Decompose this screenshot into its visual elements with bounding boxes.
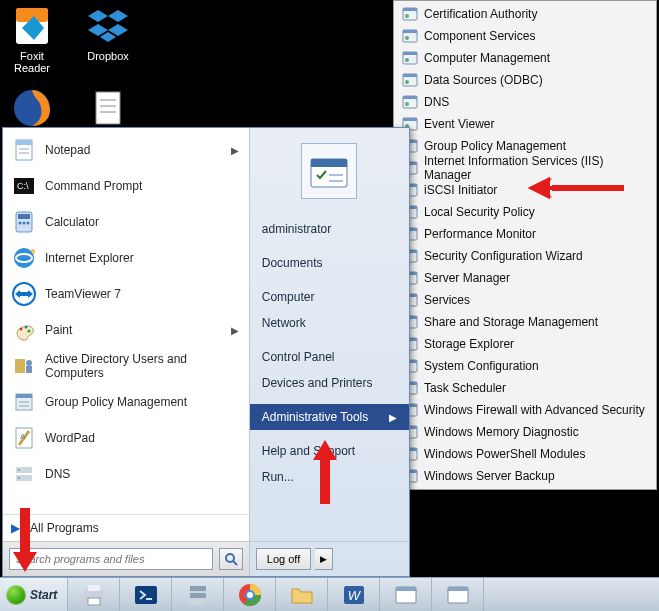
right-item-administrative-tools[interactable]: Administrative Tools▶: [250, 404, 409, 430]
program-label: DNS: [45, 467, 70, 481]
right-item-label: Control Panel: [262, 350, 335, 364]
all-programs-button[interactable]: ▶ All Programs: [3, 514, 249, 541]
admin-tool-windows-powershell-modules[interactable]: Windows PowerShell Modules: [396, 443, 654, 465]
right-pane-items: administratorDocumentsComputerNetworkCon…: [250, 214, 409, 541]
right-item-computer[interactable]: Computer: [250, 284, 409, 310]
admin-tool-label: Group Policy Management: [424, 139, 566, 153]
taskbar-item-explorer[interactable]: [68, 578, 120, 611]
folder-icon: [289, 582, 315, 608]
right-item-control-panel[interactable]: Control Panel: [250, 344, 409, 370]
taskbar-item-powershell[interactable]: [120, 578, 172, 611]
teamviewer-icon: [11, 281, 37, 307]
tool-icon: [402, 94, 418, 110]
logoff-button[interactable]: Log off: [256, 548, 311, 570]
taskbar-item-chrome[interactable]: [224, 578, 276, 611]
program-item-ie[interactable]: Internet Explorer: [5, 240, 247, 276]
taskbar-item-window-2[interactable]: [432, 578, 484, 611]
search-row: [3, 541, 249, 576]
admin-tool-label: Local Security Policy: [424, 205, 535, 219]
pinned-programs-list: Notepad ▶C:\ Command Prompt Calculator I…: [3, 128, 249, 514]
admin-tool-label: Server Manager: [424, 271, 510, 285]
logoff-row: Log off ▶: [250, 541, 409, 576]
admin-tool-services[interactable]: Services: [396, 289, 654, 311]
svg-text:C:\: C:\: [17, 181, 29, 191]
wordpad-icon: A: [11, 425, 37, 451]
desktop-icon-foxit[interactable]: Foxit Reader: [2, 4, 62, 74]
logoff-split-button[interactable]: ▶: [315, 548, 333, 570]
right-item-label: Documents: [262, 256, 323, 270]
svg-point-103: [226, 554, 234, 562]
admin-tool-task-scheduler[interactable]: Task Scheduler: [396, 377, 654, 399]
program-item-aduc[interactable]: Active Directory Users and Computers: [5, 348, 247, 384]
admin-tool-windows-server-backup[interactable]: Windows Server Backup: [396, 465, 654, 487]
svg-point-18: [405, 80, 409, 84]
admin-tool-windows-firewall-with-advanced-security[interactable]: Windows Firewall with Advanced Security: [396, 399, 654, 421]
program-item-teamviewer[interactable]: TeamViewer 7: [5, 276, 247, 312]
admin-tool-certification-authority[interactable]: Certification Authority: [396, 3, 654, 25]
admin-tool-iscsi-initiator[interactable]: iSCSI Initiator: [396, 179, 654, 201]
right-item-help-and-support[interactable]: Help and Support: [250, 438, 409, 464]
taskbar-item-server-manager[interactable]: [172, 578, 224, 611]
admin-tool-local-security-policy[interactable]: Local Security Policy: [396, 201, 654, 223]
svg-rect-8: [403, 8, 417, 11]
right-item-documents[interactable]: Documents: [250, 250, 409, 276]
program-item-notepad[interactable]: Notepad ▶: [5, 132, 247, 168]
all-programs-label: All Programs: [30, 521, 99, 535]
right-item-network[interactable]: Network: [250, 310, 409, 336]
admin-tool-windows-memory-diagnostic[interactable]: Windows Memory Diagnostic: [396, 421, 654, 443]
program-item-cmd[interactable]: C:\ Command Prompt: [5, 168, 247, 204]
checklist-icon: [307, 151, 351, 191]
admin-tool-label: Security Configuration Wizard: [424, 249, 583, 263]
admin-tools-submenu: Certification AuthorityComponent Service…: [393, 0, 657, 490]
svg-rect-90: [15, 359, 25, 373]
program-item-paint[interactable]: Paint ▶: [5, 312, 247, 348]
right-item-label: Devices and Printers: [262, 376, 373, 390]
program-label: Active Directory Users and Computers: [45, 352, 241, 380]
svg-point-81: [19, 222, 22, 225]
taskbar-item-window[interactable]: [380, 578, 432, 611]
admin-tool-label: Event Viewer: [424, 117, 494, 131]
search-input[interactable]: [9, 548, 213, 570]
admin-tool-internet-information-services-iis-manager[interactable]: Internet Information Services (IIS) Mana…: [396, 157, 654, 179]
admin-tool-share-and-storage-management[interactable]: Share and Storage Management: [396, 311, 654, 333]
program-item-wordpad[interactable]: A WordPad: [5, 420, 247, 456]
start-button[interactable]: Start: [0, 578, 68, 611]
right-item-run-[interactable]: Run...: [250, 464, 409, 490]
cmd-icon: C:\: [11, 173, 37, 199]
admin-tool-data-sources-odbc-[interactable]: Data Sources (ODBC): [396, 69, 654, 91]
right-item-label: Network: [262, 316, 306, 330]
right-item-label: Administrative Tools: [262, 410, 369, 424]
right-item-devices-and-printers[interactable]: Devices and Printers: [250, 370, 409, 396]
foxit-reader-icon: [10, 4, 54, 48]
program-item-dns[interactable]: DNS: [5, 456, 247, 492]
window-icon: [393, 582, 419, 608]
desktop-icon-firefox[interactable]: [2, 86, 62, 130]
start-menu: Notepad ▶C:\ Command Prompt Calculator I…: [2, 127, 410, 577]
aduc-icon: [11, 353, 37, 379]
desktop-icon-dropbox[interactable]: Dropbox: [78, 4, 138, 62]
svg-rect-80: [18, 214, 30, 219]
taskbar-item-word[interactable]: W: [328, 578, 380, 611]
admin-tool-dns[interactable]: DNS: [396, 91, 654, 113]
admin-tool-server-manager[interactable]: Server Manager: [396, 267, 654, 289]
user-picture[interactable]: [301, 143, 357, 199]
search-button[interactable]: [219, 548, 243, 570]
program-label: Notepad: [45, 143, 90, 157]
admin-tool-component-services[interactable]: Component Services: [396, 25, 654, 47]
admin-tool-label: Component Services: [424, 29, 535, 43]
admin-tool-storage-explorer[interactable]: Storage Explorer: [396, 333, 654, 355]
admin-tool-performance-monitor[interactable]: Performance Monitor: [396, 223, 654, 245]
admin-tool-security-configuration-wizard[interactable]: Security Configuration Wizard: [396, 245, 654, 267]
admin-tool-computer-management[interactable]: Computer Management: [396, 47, 654, 69]
calc-icon: [11, 209, 37, 235]
desktop-icon-document[interactable]: [78, 86, 138, 130]
program-item-calc[interactable]: Calculator: [5, 204, 247, 240]
desktop-icon-label: Dropbox: [78, 50, 138, 62]
taskbar-item-folder[interactable]: [276, 578, 328, 611]
program-item-gpm[interactable]: Group Policy Management: [5, 384, 247, 420]
admin-tool-event-viewer[interactable]: Event Viewer: [396, 113, 654, 135]
dropbox-icon: [86, 4, 130, 48]
user-name-link[interactable]: administrator: [250, 216, 409, 242]
admin-tool-system-configuration[interactable]: System Configuration: [396, 355, 654, 377]
svg-point-87: [20, 328, 23, 331]
